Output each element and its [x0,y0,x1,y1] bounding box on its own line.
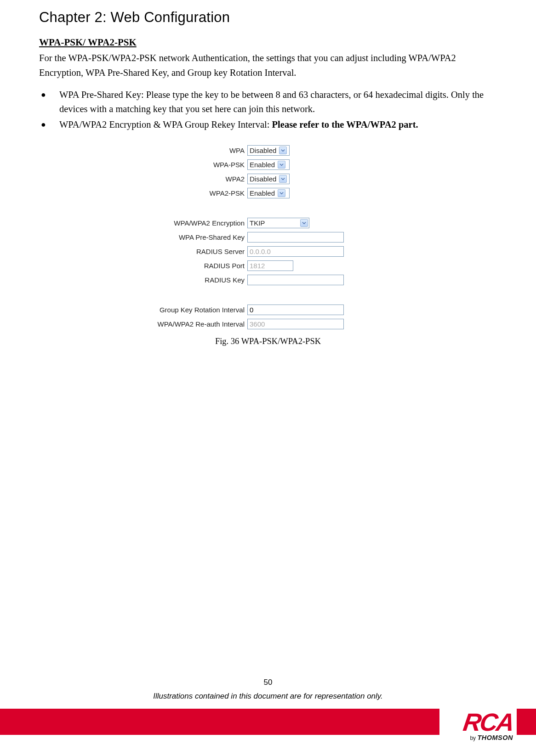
figure-caption: Fig. 36 WPA-PSK/WPA2-PSK [39,337,497,346]
select-wpa-value: Disabled [250,147,279,154]
select-encryption[interactable]: TKIP [247,218,309,228]
input-group-key-rotation[interactable] [247,305,344,315]
label-preshared-key: WPA Pre-Shared Key [139,233,247,241]
chevron-down-icon [278,189,285,197]
select-wpa2-value: Disabled [250,175,279,183]
label-reauth-interval: WPA/WPA2 Re-auth Interval [139,320,247,328]
page-number: 50 [0,678,536,687]
chevron-down-icon [278,161,285,169]
select-wpa[interactable]: Disabled [247,145,290,156]
label-encryption: WPA/WPA2 Encryption [139,219,247,227]
footer-disclaimer: Illustrations contained in this document… [0,692,536,701]
input-radius-server [247,246,344,257]
input-preshared-key[interactable] [247,232,344,243]
intro-paragraph: For the WPA-PSK/WPA2-PSK network Authent… [39,51,497,80]
select-wpa2-psk-value: Enabled [250,189,278,197]
input-radius-key[interactable] [247,275,344,285]
logo-rca-text: RCA [438,712,518,733]
brand-logo: RCA by THOMSON [439,708,517,750]
label-wpa: WPA [139,147,247,154]
bullet-2-bold: Please refer to the WPA/WPA2 part. [272,119,418,130]
label-radius-key: RADIUS Key [139,276,247,284]
input-radius-port [247,260,293,271]
label-radius-server: RADIUS Server [139,248,247,255]
section-title: WPA-PSK/ WPA2-PSK [39,37,497,48]
input-reauth-interval [247,319,344,329]
select-wpa2-psk[interactable]: Enabled [247,188,290,198]
label-wpa2: WPA2 [139,175,247,183]
bullet-preshared-key: WPA Pre-Shared Key: Please type the key … [39,88,497,117]
label-radius-port: RADIUS Port [139,262,247,270]
chevron-down-icon [279,147,287,154]
label-wpa-psk: WPA-PSK [139,161,247,169]
figure-wpa-psk: WPA Disabled WPA-PSK Enabled WPA2 [139,144,397,330]
chevron-down-icon [279,175,287,183]
select-wpa2[interactable]: Disabled [247,174,290,184]
chevron-down-icon [300,219,308,227]
select-wpa-psk-value: Enabled [250,161,278,169]
bullet-2-prefix: WPA/WPA2 Encryption & WPA Group Rekey In… [59,119,272,130]
select-wpa-psk[interactable]: Enabled [247,159,290,170]
label-wpa2-psk: WPA2-PSK [139,189,247,197]
bullet-encryption-rekey: WPA/WPA2 Encryption & WPA Group Rekey In… [39,118,497,132]
select-encryption-value: TKIP [250,219,300,227]
label-group-key-rotation: Group Key Rotation Interval [139,306,247,314]
chapter-title: Chapter 2: Web Configuration [39,9,497,26]
